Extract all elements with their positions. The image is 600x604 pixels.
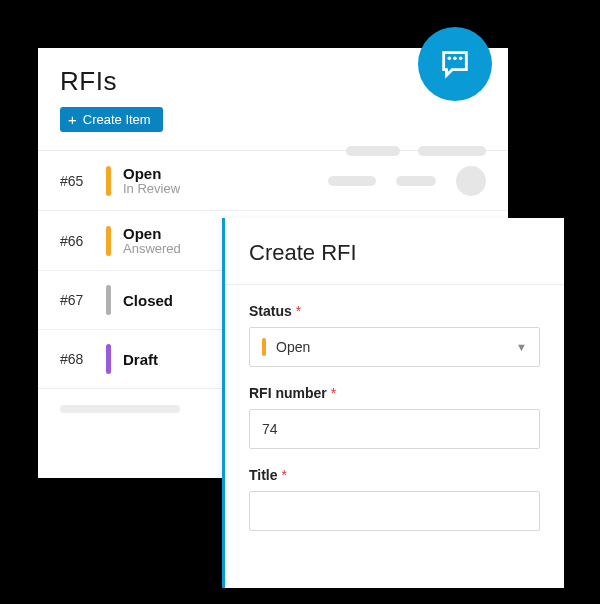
- form-title: Create RFI: [225, 218, 564, 285]
- row-placeholder-group: [328, 166, 486, 196]
- status-color-bar: [106, 344, 111, 374]
- table-row[interactable]: #65OpenIn Review: [38, 151, 508, 211]
- rfi-id: #67: [60, 292, 106, 308]
- status-color-bar: [262, 338, 266, 356]
- avatar-placeholder: [456, 166, 486, 196]
- status-column: OpenAnswered: [123, 225, 213, 256]
- status-color-bar: [106, 285, 111, 315]
- status-select[interactable]: Open ▼: [249, 327, 540, 367]
- status-value: Open: [276, 339, 516, 355]
- status-label: Status *: [249, 303, 540, 319]
- scroll-placeholder: [60, 405, 180, 413]
- rfi-number-label: RFI number *: [249, 385, 540, 401]
- create-rfi-panel: Create RFI Status * Open ▼ RFI number * …: [222, 218, 564, 588]
- status-text: Draft: [123, 351, 213, 368]
- toolbar-placeholder: [346, 146, 486, 156]
- status-subtext: Answered: [123, 241, 213, 256]
- status-text: Open: [123, 225, 213, 242]
- placeholder-pill: [396, 176, 436, 186]
- status-color-bar: [106, 166, 111, 196]
- status-subtext: In Review: [123, 181, 213, 196]
- plus-icon: +: [68, 112, 77, 127]
- placeholder-pill: [346, 146, 400, 156]
- rfi-number-input[interactable]: [249, 409, 540, 449]
- status-color-bar: [106, 226, 111, 256]
- title-input[interactable]: [249, 491, 540, 531]
- chat-fab-button[interactable]: [418, 27, 492, 101]
- placeholder-pill: [418, 146, 486, 156]
- chat-icon: [438, 47, 472, 81]
- required-asterisk: *: [296, 303, 301, 319]
- status-column: Draft: [123, 351, 213, 368]
- chevron-down-icon: ▼: [516, 341, 527, 353]
- rfi-id: #65: [60, 173, 106, 189]
- rfi-id: #66: [60, 233, 106, 249]
- title-field-label: Title *: [249, 467, 540, 483]
- status-text: Closed: [123, 292, 213, 309]
- required-asterisk: *: [331, 385, 336, 401]
- status-column: OpenIn Review: [123, 165, 213, 196]
- status-text: Open: [123, 165, 213, 182]
- create-item-label: Create Item: [83, 112, 151, 127]
- placeholder-pill: [328, 176, 376, 186]
- required-asterisk: *: [281, 467, 286, 483]
- status-column: Closed: [123, 292, 213, 309]
- create-item-button[interactable]: + Create Item: [60, 107, 163, 132]
- rfi-id: #68: [60, 351, 106, 367]
